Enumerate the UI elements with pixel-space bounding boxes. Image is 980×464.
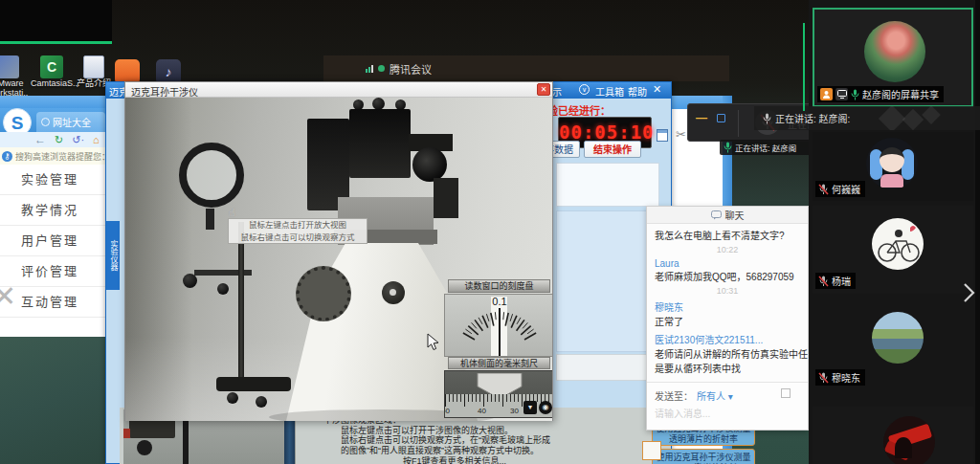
end-operation-button[interactable]: 结束操作	[584, 141, 641, 158]
demo-menu-help[interactable]: 帮助	[628, 84, 647, 99]
chat-input[interactable]: 请输入消息...	[655, 406, 710, 420]
sidebar-scrollbar[interactable]	[975, 0, 980, 464]
magnifier-ring[interactable]	[179, 143, 244, 208]
adjustment-gear[interactable]	[296, 266, 351, 321]
screenshare-icon	[835, 88, 848, 100]
participant-tile-2[interactable]: 何巍巍	[813, 132, 973, 201]
mic-muted-icon	[818, 372, 829, 384]
avatar	[872, 312, 924, 364]
mini-tool-button-2[interactable]: ◉	[539, 401, 552, 414]
send-to-select[interactable]: 所有人 ▾	[697, 388, 733, 403]
chat-title: 聊天	[725, 208, 745, 222]
share-border-edge	[803, 23, 805, 111]
refresh-icon[interactable]: ↻	[55, 133, 63, 146]
avatar	[872, 218, 924, 270]
browser-tab[interactable]: 网址大全	[36, 112, 105, 132]
mic-on-icon	[851, 89, 859, 100]
scissors-icon[interactable]: ✂	[676, 127, 686, 142]
undo-icon[interactable]: ↺·	[72, 133, 84, 146]
ruler-title: 机体侧面的毫米刻尺	[448, 357, 550, 369]
meeting-title: 腾讯会议	[390, 61, 432, 77]
participants-sidebar: 赵彦阁的屏幕共享 何巍巍	[809, 0, 980, 464]
participant-label: 何巍巍	[815, 181, 865, 197]
watermark-blob	[902, 109, 924, 130]
chat-bubble-icon	[711, 210, 722, 220]
chat-message: 正常了	[655, 316, 800, 328]
popup-titlebar[interactable]: 迈克耳孙干涉仪 ✕	[125, 82, 552, 98]
rear-block	[434, 178, 458, 218]
back-icon[interactable]: ←	[34, 133, 46, 146]
clamp-knob-1[interactable]	[183, 274, 197, 288]
tooltip-line-2: 鼠标右键点击可以切换观察方式	[229, 232, 367, 244]
chat-popout-icon[interactable]	[781, 388, 791, 398]
participant-tile-3[interactable]: 杨瑞	[813, 206, 973, 294]
participant-name: 何巍巍	[832, 182, 860, 196]
orange-corner-box[interactable]	[642, 441, 661, 460]
base-knob-2[interactable]	[256, 396, 267, 408]
screen-share-border-fragment	[0, 0, 112, 44]
mirror-disc[interactable]	[412, 147, 447, 182]
optical-knob	[137, 440, 152, 455]
minimize-icon[interactable]: —	[696, 112, 707, 123]
participant-name: 杨瑞	[832, 274, 851, 288]
restore-icon[interactable]	[717, 114, 725, 122]
avatar	[866, 138, 918, 189]
magnifier-clamp	[206, 209, 214, 230]
speaking-banner-text: 正在讲话: 赵彦阁:	[775, 111, 850, 125]
desktop-icon-camtasia[interactable]: C CamtasiaS...	[31, 55, 73, 88]
security-dot-icon	[378, 65, 385, 72]
bicycle-avatar-art	[872, 218, 924, 270]
desktop-patch	[0, 337, 107, 464]
home-icon[interactable]: ⌂	[93, 133, 100, 146]
demo-menu-toolbox[interactable]: 工具箱	[595, 84, 624, 99]
menu-item-experiment-mgmt[interactable]: 实验管理	[0, 165, 107, 195]
avatar-dark-figure	[895, 437, 912, 458]
participant-tile-presenter[interactable]: 赵彦阁的屏幕共享	[813, 8, 973, 107]
dropdown-circle-icon[interactable]: ∨	[579, 84, 590, 95]
menu-item-user-mgmt[interactable]: 用户管理	[0, 226, 107, 256]
base-knob-1[interactable]	[227, 392, 238, 404]
mini-speaking-pill: 正在讲话: 赵彦阁	[720, 140, 813, 155]
ruler-label-40: 40	[478, 407, 486, 415]
instrument-3d-scene[interactable]: ☝ 鼠标左键点击打开放大视图 鼠标右键点击可以切换观察方式 读数窗口的刻度盘 0…	[125, 98, 552, 421]
mirror-assembly[interactable]	[349, 109, 411, 178]
participant-tile-5[interactable]	[813, 407, 973, 464]
chat-message: 是要从循环列表中找	[655, 363, 800, 375]
interferometer-popup: 迈克耳孙干涉仪 ✕	[124, 81, 553, 421]
chat-timestamp: 10:22	[647, 245, 808, 254]
ruler-label-50: 50	[444, 407, 450, 415]
instruction-line-3: 鼠标右键点击可以切换观察方式，在“观察毛玻璃上形成的图像”和“用人眼直接观察”这…	[323, 435, 553, 455]
chat-timestamp: 10:31	[647, 286, 808, 296]
popup-close-button[interactable]: ✕	[537, 83, 550, 96]
menu-item-teaching-status[interactable]: 教学情况	[0, 195, 107, 226]
avatar-face	[880, 147, 904, 172]
chat-message: 老师麻烦加我QQ吧，568297059	[655, 271, 800, 283]
notebook-icon[interactable]	[657, 129, 668, 142]
speaking-banner: 正在讲话: 赵彦阁:	[754, 106, 980, 130]
instruction-help-hint: 按F1键查看更多相关信息...	[403, 454, 506, 464]
clamp-knob-2[interactable]	[217, 283, 229, 295]
watermark-blob	[922, 106, 941, 124]
popup-title: 迈克耳孙干涉仪	[131, 84, 198, 99]
demo-close-button[interactable]: ✕	[653, 83, 661, 96]
demo-side-tab[interactable]: 实验仪器	[106, 221, 120, 290]
chat-messages[interactable]: 我怎么在电脑上看不清楚文字? 10:22 Laura 老师麻烦加我QQ吧，568…	[647, 224, 808, 383]
key-icon: ⚷	[2, 151, 12, 162]
page-x-glyph: ✕	[0, 279, 16, 313]
desktop-icon-vmware[interactable]: VMware Workstati..	[0, 55, 29, 98]
experiment-item-hene[interactable]: 使用迈克耳孙干涉仪测量He-Ne激光的波长	[652, 449, 755, 464]
chevron-right-icon[interactable]	[962, 281, 976, 304]
stand-rod	[238, 222, 244, 380]
tension-knob[interactable]	[382, 281, 405, 304]
tab-favicon	[41, 118, 50, 126]
send-to-label: 发送至：	[655, 388, 693, 403]
participant-tile-4[interactable]: 穆晓东	[813, 298, 973, 390]
chat-panel: 聊天 我怎么在电脑上看不清楚文字? 10:22 Laura 老师麻烦加我QQ吧，…	[646, 206, 809, 431]
signal-icon	[366, 65, 373, 73]
gauge-title: 读数窗口的刻度盘	[448, 279, 550, 293]
gauge-ticks	[445, 295, 552, 357]
mini-tool-button-1[interactable]: ▾	[523, 401, 537, 414]
chat-message: 我怎么在电脑上看不清楚文字?	[655, 230, 800, 242]
ruler-label-30: 30	[510, 407, 519, 415]
chat-header[interactable]: 聊天	[647, 207, 808, 224]
